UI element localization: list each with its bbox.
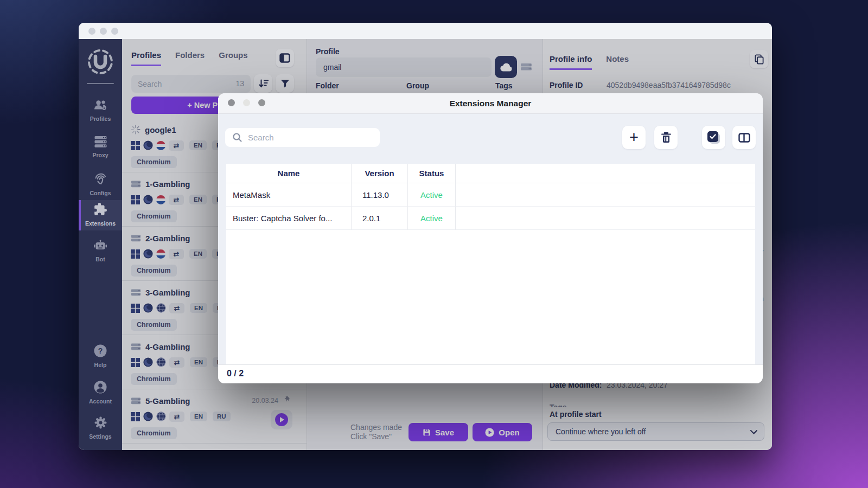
language-badge: EN: [189, 140, 207, 150]
tab-notes[interactable]: Notes: [606, 54, 629, 70]
sidebar-divider: [87, 83, 114, 84]
open-button[interactable]: Open: [473, 423, 532, 441]
filter-funnel-icon: [280, 79, 290, 88]
trash-icon: [661, 132, 672, 143]
sidebar-item-account[interactable]: Account: [79, 378, 122, 404]
save-button[interactable]: Save: [409, 423, 468, 441]
column-header-empty: [456, 164, 755, 183]
browser-badge: Chromium: [131, 427, 177, 439]
language-badge: EN: [190, 357, 207, 367]
profile-name-input[interactable]: [316, 57, 492, 77]
firefox-icon: [143, 412, 153, 421]
profile-id-value: 4052db9498eaa5fb3741649785d98c: [607, 81, 731, 89]
extensions-search: [225, 128, 380, 147]
tags-label-fragment: Tags: [550, 403, 567, 407]
pin-icon: [283, 396, 290, 403]
sort-icon: [258, 78, 269, 89]
sidebar-item-bot[interactable]: Bot: [79, 237, 122, 262]
sidebar-item-help[interactable]: ? Help: [79, 342, 122, 368]
folder-field-label: Folder: [316, 81, 339, 90]
swap-arrows-icon: ⇄: [169, 195, 184, 205]
tab-profile-info[interactable]: Profile info: [550, 54, 592, 70]
column-header-name[interactable]: Name: [226, 164, 352, 183]
language-badge: EN: [189, 249, 207, 259]
windows-icon: [131, 358, 140, 367]
tab-folders[interactable]: Folders: [175, 50, 205, 66]
language-badge: RU: [213, 412, 231, 421]
extension-version: 2.0.1: [352, 207, 408, 230]
browser-badge: Chromium: [131, 210, 177, 222]
sidebar-item-proxy[interactable]: Proxy: [79, 133, 122, 158]
profile-name: google1: [145, 125, 176, 134]
columns-icon: [738, 133, 750, 143]
columns-view-button[interactable]: [732, 126, 756, 149]
language-badge: EN: [190, 412, 207, 421]
extension-row[interactable]: MetaMask 11.13.0 Active: [226, 183, 755, 207]
sidebar: Profiles Proxy Configs Extensions Bot? H…: [79, 39, 122, 450]
delete-extension-button[interactable]: [654, 126, 678, 149]
maximize-button[interactable]: [111, 28, 118, 35]
windows-icon: [131, 195, 140, 204]
sidebar-item-label: Account: [79, 398, 122, 404]
firefox-icon: [143, 195, 153, 204]
windows-icon: [131, 304, 140, 313]
globe-icon: [156, 412, 166, 421]
firefox-icon: [143, 140, 153, 150]
sidebar-item-profiles[interactable]: Profiles: [79, 97, 122, 122]
windows-icon: [131, 412, 140, 421]
floppy-icon: [423, 428, 431, 436]
tab-groups[interactable]: Groups: [219, 50, 247, 66]
firefox-icon: [143, 303, 153, 313]
panel-toggle-button[interactable]: [276, 49, 294, 67]
start-option-select[interactable]: Continue where you left off: [547, 422, 764, 441]
extension-row-spacer: [456, 207, 755, 230]
netherlands-flag-icon: [156, 195, 165, 204]
extensions-search-input[interactable]: [248, 128, 373, 147]
local-profile-icon: [131, 234, 141, 242]
copy-button[interactable]: [750, 50, 768, 68]
minimize-button[interactable]: [100, 28, 107, 35]
profile-name: 5-Gambling: [145, 396, 190, 406]
modal-footer: 0 / 2: [218, 364, 763, 383]
extensions-table: Name Version Status MetaMask 11.13.0 Act…: [226, 164, 755, 364]
sidebar-item-extensions[interactable]: Extensions: [79, 200, 122, 230]
sidebar-item-settings[interactable]: Settings: [79, 414, 122, 440]
profile-id-label: Profile ID: [550, 81, 583, 89]
browser-badge: Chromium: [131, 156, 177, 168]
start-option-value: Continue where you left off: [556, 427, 646, 436]
profiles-panel-tabs: ProfilesFoldersGroups: [131, 50, 248, 66]
profiles-icon: [93, 99, 107, 112]
sidebar-item-configs[interactable]: Configs: [79, 170, 122, 196]
local-profile-icon: [131, 397, 141, 405]
sort-button[interactable]: [254, 74, 272, 93]
profile-count: 13: [235, 79, 244, 88]
tab-profiles[interactable]: Profiles: [131, 50, 161, 66]
local-storage-icon[interactable]: [520, 62, 532, 71]
column-header-version[interactable]: Version: [352, 164, 408, 183]
cloud-storage-button[interactable]: [495, 56, 517, 78]
close-button[interactable]: [88, 28, 95, 35]
select-all-button[interactable]: [702, 126, 725, 149]
profile-play-button[interactable]: [271, 410, 292, 429]
column-header-status[interactable]: Status: [408, 164, 456, 183]
add-extension-button[interactable]: +: [622, 126, 646, 149]
browser-badge: Chromium: [131, 265, 177, 277]
profile-list-item[interactable]: 5-Gambling 20.03.24 ⇄ ENRU Chromium: [122, 389, 307, 444]
group-field-label: Group: [406, 81, 429, 90]
local-profile-icon: [131, 288, 141, 297]
filter-button[interactable]: [276, 74, 294, 93]
windows-icon: [131, 249, 140, 259]
table-header-row: Name Version Status: [226, 164, 755, 183]
extension-name: MetaMask: [226, 183, 352, 207]
bot-icon: [93, 240, 107, 252]
language-badge: EN: [189, 195, 207, 204]
search-icon: [232, 132, 242, 143]
firefox-icon: [143, 357, 153, 367]
help-icon: ?: [93, 344, 107, 358]
profile-search-input[interactable]: [138, 75, 225, 93]
extension-row[interactable]: Buster: Captcha Solver fo... 2.0.1 Activ…: [226, 207, 755, 230]
settings-icon: [94, 416, 107, 429]
swap-arrows-icon: ⇄: [169, 249, 184, 259]
cloud-icon: [500, 63, 512, 72]
profile-info-tabs: Profile infoNotes: [550, 54, 629, 70]
